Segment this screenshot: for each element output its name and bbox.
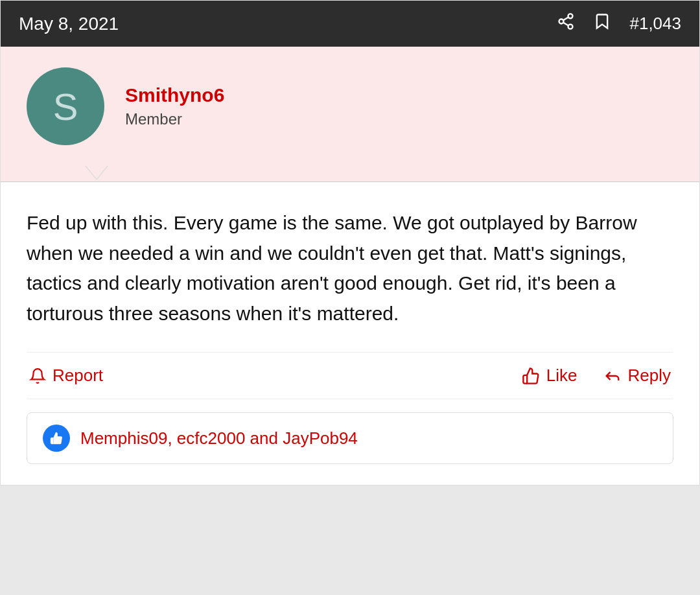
like-icon	[522, 367, 540, 385]
svg-line-3	[563, 23, 568, 26]
like-label: Like	[546, 366, 578, 386]
thumbs-up-icon	[49, 431, 64, 445]
reply-icon	[603, 367, 622, 385]
user-section: S Smithyno6 Member	[1, 47, 699, 166]
reply-button[interactable]: Reply	[601, 360, 673, 391]
likes-box: Memphis09, ecfc2000 and JayPob94	[27, 412, 673, 464]
report-icon	[29, 368, 46, 384]
post-text: Fed up with this. Every game is the same…	[27, 208, 673, 329]
username[interactable]: Smithyno6	[125, 84, 224, 106]
user-role: Member	[125, 110, 224, 128]
post-actions: Report Like Reply	[27, 352, 673, 399]
post-body: Fed up with this. Every game is the same…	[1, 182, 699, 485]
share-icon[interactable]	[557, 12, 575, 35]
avatar: S	[27, 67, 104, 145]
post-card: May 8, 2021 #1,043 S	[0, 0, 700, 485]
reply-label: Reply	[628, 366, 671, 386]
bookmark-icon[interactable]	[593, 12, 611, 35]
avatar-letter: S	[53, 85, 78, 128]
svg-point-2	[568, 25, 573, 29]
post-date: May 8, 2021	[19, 14, 119, 34]
report-label: Report	[52, 366, 103, 386]
likes-thumb-icon	[43, 425, 70, 452]
post-header: May 8, 2021 #1,043	[1, 1, 699, 47]
svg-line-4	[563, 18, 568, 21]
like-button[interactable]: Like	[519, 360, 580, 391]
svg-point-0	[568, 14, 573, 18]
header-actions: #1,043	[557, 12, 681, 35]
speech-bubble-indicator	[1, 166, 699, 181]
likes-text: Memphis09, ecfc2000 and JayPob94	[80, 428, 358, 449]
svg-point-1	[559, 19, 564, 24]
post-number: #1,043	[629, 14, 681, 34]
report-button[interactable]: Report	[27, 360, 106, 391]
user-info: Smithyno6 Member	[125, 84, 224, 128]
like-reply-group: Like Reply	[519, 360, 673, 391]
